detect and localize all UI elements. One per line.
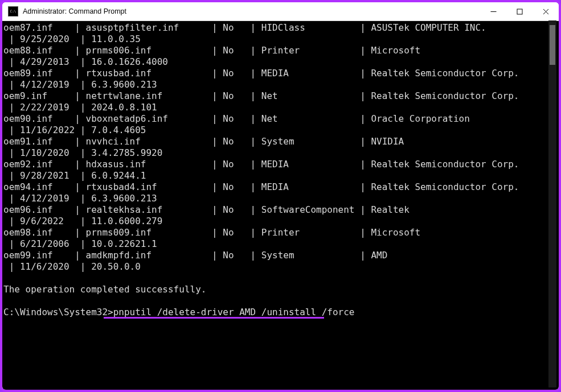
blank-line [3,273,559,284]
command-highlight-underline [104,317,324,319]
driver-row: oem96.inf | realtekhsa.inf | No | Softwa… [3,204,559,216]
driver-meta-row: | 4/12/2019 | 6.3.9600.213 [3,193,559,204]
window-title: Administrator: Command Prompt [23,7,126,15]
prompt-line[interactable]: C:\Windows\System32>pnputil /delete-driv… [3,307,559,318]
driver-row: oem90.inf | vboxnetadp6.inf | No | Net |… [3,113,559,125]
driver-meta-row: | 9/25/2020 | 11.0.0.35 [3,34,559,45]
terminal-output[interactable]: oem87.inf | asusptpfilter.inf | No | HID… [2,21,559,390]
driver-row: oem94.inf | rtxusbad4.inf | No | MEDIA |… [3,181,559,193]
window-frame: Administrator: Command Prompt oem87.inf … [0,0,561,392]
driver-meta-row: | 4/12/2019 | 6.3.9600.213 [3,79,559,90]
driver-row: oem89.inf | rtxusbad.inf | No | MEDIA | … [3,68,559,79]
driver-meta-row: | 2/22/2019 | 2024.0.8.101 [3,102,559,113]
driver-meta-row: | 1/10/2020 | 3.4.2785.9920 [3,147,559,159]
driver-row: oem98.inf | prnms009.inf | No | Printer … [3,227,559,238]
driver-meta-row: | 11/6/2020 | 20.50.0.0 [3,261,559,273]
driver-row: oem92.inf | hdxasus.inf | No | MEDIA | R… [3,159,559,170]
driver-row: oem88.inf | prnms006.inf | No | Printer … [3,45,559,56]
driver-row: oem87.inf | asusptpfilter.inf | No | HID… [3,22,559,34]
scrollbar-track[interactable] [548,20,556,387]
titlebar[interactable]: Administrator: Command Prompt [2,2,559,21]
maximize-icon [517,9,523,15]
scrollbar-thumb[interactable] [550,25,555,65]
minimize-button[interactable] [480,2,506,20]
driver-row: oem91.inf | nvvhci.inf | No | System | N… [3,136,559,147]
close-button[interactable] [533,2,559,20]
driver-row: oem99.inf | amdkmpfd.inf | No | System |… [3,250,559,261]
cmd-icon [8,6,18,16]
driver-row: oem9.inf | netrtwlane.inf | No | Net | R… [3,90,559,102]
maximize-button[interactable] [506,2,533,20]
driver-meta-row: | 4/29/2013 | 16.0.1626.4000 [3,56,559,68]
blank-line [3,295,559,307]
driver-meta-row: | 9/6/2022 | 11.0.6000.279 [3,216,559,227]
driver-meta-row: | 6/21/2006 | 10.0.22621.1 [3,238,559,250]
driver-meta-row: | 11/16/2022 | 7.0.4.4605 [3,125,559,136]
close-icon [543,9,549,15]
svg-rect-1 [517,9,522,14]
status-message: The operation completed successfully. [3,284,559,295]
driver-meta-row: | 9/28/2021 | 6.0.9244.1 [3,170,559,181]
minimize-icon [490,9,497,15]
